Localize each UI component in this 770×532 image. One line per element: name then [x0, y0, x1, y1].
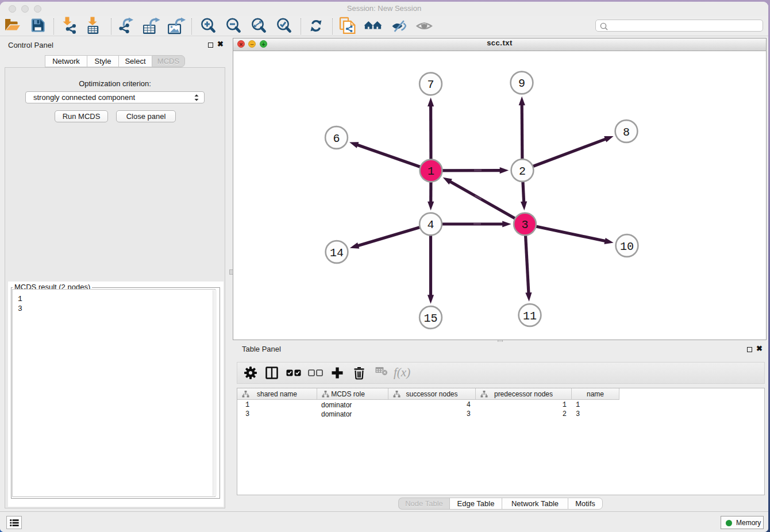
svg-text:1: 1 — [428, 165, 434, 178]
svg-text:9: 9 — [518, 77, 525, 90]
svg-text:11: 11 — [523, 310, 537, 323]
svg-text:3: 3 — [521, 218, 528, 232]
svg-text:6: 6 — [333, 132, 340, 145]
svg-text:10: 10 — [620, 240, 634, 253]
svg-text:4: 4 — [427, 218, 434, 232]
svg-text:14: 14 — [330, 246, 344, 260]
svg-text:15: 15 — [424, 312, 437, 325]
svg-text:8: 8 — [623, 126, 630, 139]
svg-text:2: 2 — [519, 165, 526, 178]
svg-text:7: 7 — [427, 78, 434, 91]
